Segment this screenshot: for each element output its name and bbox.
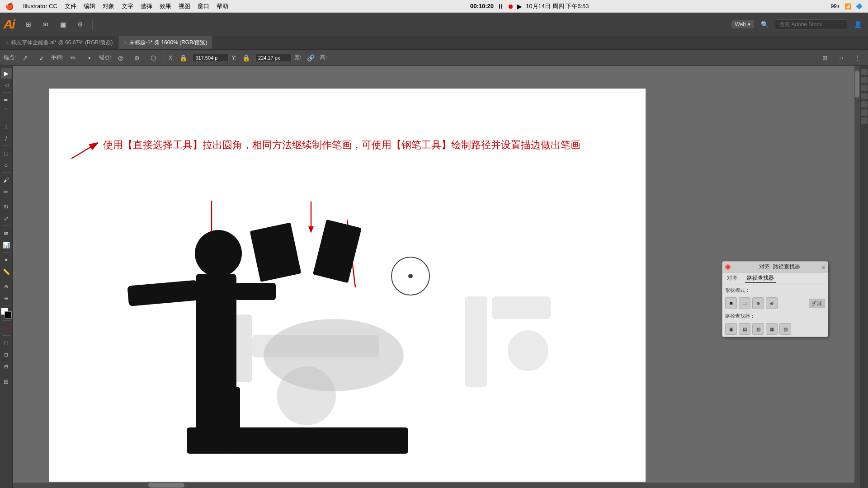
column-chart-tool[interactable]: 📊 xyxy=(1,239,12,250)
panel-minimize-button[interactable] xyxy=(732,264,738,270)
anchor2-label: 锚点: xyxy=(99,54,111,61)
scrollbar-horizontal[interactable] xyxy=(13,483,854,488)
y-lock-icon[interactable]: 🔒 xyxy=(239,51,253,65)
scale-tool[interactable]: ⤢ xyxy=(1,213,12,224)
direct-select-tool[interactable]: ◁ xyxy=(1,80,12,90)
menu-select[interactable]: 选择 xyxy=(141,2,152,10)
panel-menu-icon[interactable]: ≡ xyxy=(821,263,825,271)
anchor-icon2[interactable]: ⊕ xyxy=(130,51,144,65)
crop-button[interactable]: ▦ xyxy=(766,323,778,335)
menu-effect[interactable]: 效果 xyxy=(160,2,171,10)
rect-tool[interactable]: □ xyxy=(1,148,12,159)
svg-rect-20 xyxy=(313,220,362,283)
svg-rect-15 xyxy=(127,280,198,306)
menu-view[interactable]: 视图 xyxy=(179,2,190,10)
minus-front-button[interactable]: □ xyxy=(739,297,750,309)
fill-stroke-colors[interactable] xyxy=(1,308,12,319)
unite-button[interactable]: ■ xyxy=(725,297,737,309)
text-tool[interactable]: T xyxy=(1,121,12,132)
right-panel-btn4[interactable] xyxy=(861,93,868,99)
normal-mode[interactable]: □ xyxy=(1,338,12,348)
expand-button[interactable]: 扩展 xyxy=(809,299,825,308)
right-panel-btn1[interactable] xyxy=(861,69,868,75)
web-button[interactable]: Web ▾ xyxy=(731,20,754,28)
tools-icon[interactable]: ⚙ xyxy=(73,18,87,31)
x-lock-icon[interactable]: 🔒 xyxy=(176,51,190,65)
transform-icon[interactable]: ↔ xyxy=(835,51,848,65)
arrange-icon[interactable]: ⊞ xyxy=(22,18,35,31)
eyedropper-tool[interactable]: ✦ xyxy=(1,254,12,265)
y-input[interactable] xyxy=(255,54,292,62)
rotate-tool[interactable]: ↻ xyxy=(1,201,12,212)
scrollbar-thumb-h[interactable] xyxy=(148,483,184,488)
right-panel-btn7[interactable] xyxy=(861,117,868,124)
right-panel-btn2[interactable] xyxy=(861,77,868,83)
anchor-icon[interactable]: ◎ xyxy=(114,51,127,65)
layout-icon[interactable]: ▦ xyxy=(56,18,70,31)
exclude-button[interactable]: ⊗ xyxy=(766,297,778,309)
x-input[interactable] xyxy=(193,54,229,62)
right-panel-btn6[interactable] xyxy=(861,109,868,116)
paintbrush-tool[interactable]: 🖌 xyxy=(1,174,12,185)
record-icon[interactable]: ⏺ xyxy=(507,3,514,10)
line-tool[interactable]: / xyxy=(1,133,12,144)
tab-pathfinder[interactable]: 路径查找器 xyxy=(745,274,776,283)
search-input[interactable] xyxy=(775,19,847,29)
scrollbar-thumb-v[interactable] xyxy=(855,70,859,98)
hand-icon[interactable]: ✏ xyxy=(66,51,80,65)
hand-square[interactable]: ▪ xyxy=(83,51,96,65)
intersect-button[interactable]: ⊕ xyxy=(752,297,764,309)
merge-button[interactable]: ▥ xyxy=(752,323,764,335)
outline-button[interactable]: ▧ xyxy=(779,323,791,335)
svg-point-13 xyxy=(195,230,242,277)
apple-menu[interactable]: 🍎 xyxy=(5,2,14,10)
svg-rect-10 xyxy=(465,296,487,387)
user-icon[interactable]: 👤 xyxy=(851,18,864,31)
more-icon[interactable]: ⋮ xyxy=(851,51,864,65)
menu-object[interactable]: 对象 xyxy=(103,2,114,10)
zoom-out-tool[interactable]: ⊖ xyxy=(1,293,12,304)
warp-tool[interactable]: ≋ xyxy=(1,228,12,239)
anchor-smooth-icon[interactable]: ↙ xyxy=(35,51,48,65)
trim-button[interactable]: ▤ xyxy=(739,323,750,335)
measure-tool[interactable]: 📏 xyxy=(1,266,12,277)
menu-help[interactable]: 帮助 xyxy=(217,2,228,10)
stroke-color[interactable] xyxy=(5,311,12,319)
tab-1-close[interactable]: × xyxy=(124,40,127,45)
multi-icon[interactable]: ⬡ xyxy=(146,51,160,65)
panel-close-button[interactable]: × xyxy=(725,264,731,270)
search-icon[interactable]: 🔍 xyxy=(758,18,771,31)
draw-behind[interactable]: ⊟ xyxy=(1,361,12,372)
screen-mode[interactable]: ⊞ xyxy=(1,376,12,387)
curvature-tool[interactable]: ⌒ xyxy=(1,106,12,117)
pen-tool[interactable]: ✒ xyxy=(1,94,12,105)
scrollbar-vertical[interactable] xyxy=(854,66,860,488)
pause-icon[interactable]: ⏸ xyxy=(497,3,504,10)
canvas-area: 使用【直接选择工具】拉出圆角，相同方法继续制作笔画，可使用【钢笔工具】绘制路径并… xyxy=(13,66,860,488)
menu-edit[interactable]: 编辑 xyxy=(84,2,95,10)
menu-text[interactable]: 文字 xyxy=(122,2,133,10)
right-panel-btn5[interactable] xyxy=(861,101,868,108)
select-tool[interactable]: ▶ xyxy=(1,68,12,79)
tab-0[interactable]: × 标志字体全能备.ai* @ 66.67% (RGB/预览) xyxy=(0,36,118,49)
st-icon[interactable]: St xyxy=(39,18,52,31)
app-toolbar: Ai ⊞ St ▦ ⚙ Web ▾ 🔍 👤 xyxy=(0,13,868,36)
svg-point-22 xyxy=(408,274,413,278)
right-panel-btn3[interactable] xyxy=(861,85,868,91)
zoom-tool[interactable]: ⊕ xyxy=(1,281,12,292)
none-icon[interactable]: ⊘ xyxy=(1,323,12,333)
play-icon[interactable]: ▶ xyxy=(517,3,522,10)
tab-0-close[interactable]: × xyxy=(5,40,8,45)
align-icon[interactable]: ⊞ xyxy=(818,51,832,65)
ellipse-tool[interactable]: ○ xyxy=(1,160,12,170)
tab-1[interactable]: × 未标题-1* @ 1600% (RGB/预览) xyxy=(118,36,213,49)
instruction-text: 使用【直接选择工具】拉出圆角，相同方法继续制作笔画，可使用【钢笔工具】绘制路径并… xyxy=(103,138,580,152)
menu-window[interactable]: 窗口 xyxy=(198,2,209,10)
tab-align[interactable]: 对齐 xyxy=(725,274,740,283)
pencil-tool[interactable]: ✏ xyxy=(1,186,12,197)
anchor-convert-icon[interactable]: ↗ xyxy=(19,51,32,65)
divide-button[interactable]: ▣ xyxy=(725,323,737,335)
draw-inside[interactable]: ⊡ xyxy=(1,349,12,360)
menu-file[interactable]: 文件 xyxy=(65,2,76,10)
link-icon[interactable]: 🔗 xyxy=(304,51,317,65)
